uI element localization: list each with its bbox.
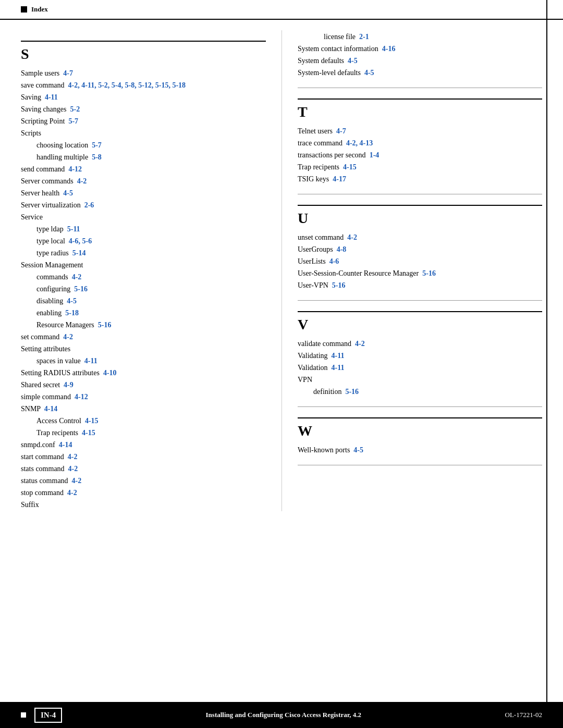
index-entry: configuring 5-16	[21, 283, 266, 294]
bottom-right-text: OL-17221-02	[505, 711, 543, 719]
page-ref: 4-7	[336, 127, 346, 135]
page-ref: 4-11	[45, 93, 58, 101]
page-ref: 5-16	[345, 388, 359, 396]
top-bar-title: Index	[31, 5, 48, 14]
index-entry: UserGroups 4-8	[298, 244, 542, 255]
index-entry: Setting attributes	[21, 343, 266, 354]
page-ref: 4-2	[347, 233, 357, 241]
page-ref: 4-2	[63, 333, 73, 341]
index-entry: choosing location 5-7	[21, 140, 266, 151]
page-ref: 5-8	[92, 153, 102, 161]
index-entry: start command 4-2	[21, 451, 266, 462]
index-entry: status command 4-2	[21, 475, 266, 486]
index-entry: save command 4-2, 4-11, 5-2, 5-4, 5-8, 5…	[21, 80, 266, 91]
index-entry: System defaults 4-5	[298, 55, 542, 66]
index-entry: Saving changes 5-2	[21, 104, 266, 115]
left-column: S Sample users 4-7save command 4-2, 4-11…	[21, 30, 282, 511]
page-ref: 4-11	[332, 352, 345, 360]
bottom-bar-square-icon	[21, 712, 26, 718]
page-ref: 4-5	[353, 446, 363, 454]
page-ref: 1-4	[370, 151, 380, 159]
index-entry: Scripting Point 5-7	[21, 116, 266, 127]
index-entry: Server health 4-5	[21, 188, 266, 199]
index-entry: enabling 5-18	[21, 307, 266, 318]
page-ref: 5-16	[332, 281, 346, 289]
index-entry: UserLists 4-6	[298, 256, 542, 267]
index-entry: stop command 4-2	[21, 487, 266, 498]
page-ref: 5-16	[422, 269, 436, 277]
top-bar: Index	[0, 0, 563, 20]
page-ref: 4-2	[355, 340, 365, 348]
index-entry: Scripts	[21, 128, 266, 139]
index-entry: type local 4-6, 5-6	[21, 236, 266, 246]
page-ref: 4-16	[382, 45, 396, 53]
section-divider	[298, 406, 542, 407]
page-ref: 4-5	[63, 189, 73, 197]
top-bar-left: Index	[21, 5, 48, 14]
index-entry: System contact information 4-16	[298, 43, 542, 54]
index-entry: type radius 5-14	[21, 248, 266, 258]
index-entry: type ldap 5-11	[21, 224, 266, 235]
section-header-v: V	[298, 311, 542, 333]
page-ref: 4-2	[72, 477, 82, 485]
index-entry: Saving 4-11	[21, 92, 266, 103]
index-entry: disabling 4-5	[21, 295, 266, 306]
page-ref: 4-8	[337, 245, 347, 253]
index-entry: validate command 4-2	[298, 338, 542, 349]
index-entry: User-VPN 5-16	[298, 280, 542, 291]
index-entry: definition 5-16	[298, 386, 542, 397]
page-ref: 4-10	[103, 369, 117, 377]
page-ref: 4-2	[68, 453, 78, 461]
index-entry: Access Control 4-15	[21, 415, 266, 426]
index-entry: Sample users 4-7	[21, 68, 266, 79]
page-ref: 5-16	[98, 321, 112, 329]
page-ref: 4-7	[63, 69, 73, 77]
index-entry: Shared secret 4-9	[21, 379, 266, 390]
page-ref: 2-1	[359, 33, 369, 41]
index-entry: Suffix	[21, 499, 266, 510]
index-entry: unset command 4-2	[298, 232, 542, 243]
page: Index S Sample users 4-7save command 4-2…	[0, 0, 563, 728]
section-header-w: W	[298, 417, 542, 439]
index-entry: send command 4-12	[21, 164, 266, 175]
index-entry: commands 4-2	[21, 272, 266, 282]
index-entry: Server virtualization 2-6	[21, 200, 266, 211]
section-divider	[298, 194, 542, 194]
bottom-bar: IN-4 Installing and Configuring Cisco Ac…	[0, 702, 563, 728]
index-entry: Server commands 4-2	[21, 176, 266, 187]
index-entry: license file 2-1	[298, 31, 542, 42]
page-ref: 4-2	[67, 489, 77, 497]
bottom-center-text: Installing and Configuring Cisco Access …	[62, 711, 505, 719]
page-ref: 4-11	[84, 357, 97, 365]
index-entry: Service	[21, 212, 266, 223]
right-column: license file 2-1System contact informati…	[282, 30, 542, 511]
section-divider	[298, 465, 542, 465]
page-ref: 4-15	[82, 429, 95, 437]
page-number: IN-4	[34, 708, 62, 723]
index-entry: trace command 4-2, 4-13	[298, 138, 542, 149]
page-ref: 4-14	[44, 405, 58, 413]
page-ref: 5-7	[68, 117, 78, 125]
index-entry: simple command 4-12	[21, 391, 266, 402]
page-ref: 4-14	[59, 441, 72, 449]
index-entry: Session Management	[21, 260, 266, 270]
page-ref: 5-18	[65, 309, 79, 317]
page-ref: 4-12	[75, 393, 88, 401]
section-divider	[298, 88, 542, 88]
page-ref: 4-6, 5-6	[69, 237, 92, 245]
page-ref: 5-11	[67, 225, 80, 233]
index-entry: Telnet users 4-7	[298, 126, 542, 137]
left-entries: Sample users 4-7save command 4-2, 4-11, …	[21, 68, 266, 510]
index-entry: Validating 4-11	[298, 350, 542, 361]
page-ref: 5-16	[74, 285, 88, 293]
page-ref: 4-15	[343, 163, 357, 171]
page-ref: 2-6	[84, 201, 94, 209]
page-ref: 4-2, 4-11, 5-2, 5-4, 5-8, 5-12, 5-15, 5-…	[68, 81, 186, 89]
page-ref: 4-2	[77, 177, 87, 185]
page-ref: 5-14	[72, 249, 86, 257]
right-border	[546, 0, 547, 728]
section-divider	[298, 300, 542, 301]
page-ref: 4-2	[68, 465, 78, 473]
page-ref: 4-6	[329, 257, 339, 265]
page-ref: 4-2, 4-13	[346, 139, 373, 147]
